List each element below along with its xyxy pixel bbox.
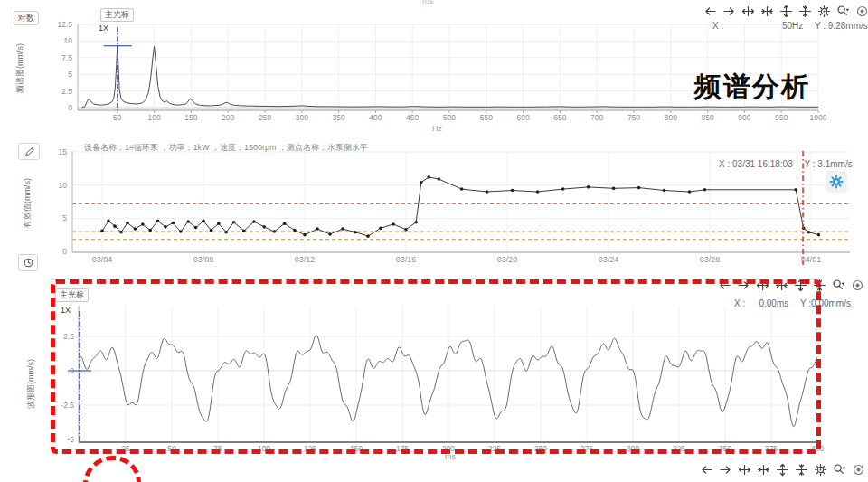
waveform-cursor-readout: X :0.00ms Y :0.00mm/s <box>734 298 851 308</box>
svg-text:03/16: 03/16 <box>396 255 417 264</box>
svg-text:900: 900 <box>738 113 750 122</box>
pan-right-icon[interactable] <box>736 278 751 293</box>
waveform-main-cursor-tag[interactable]: 主光标 <box>55 288 89 302</box>
gear-icon <box>829 175 844 189</box>
bottom-toolbar <box>699 462 866 477</box>
svg-text:400: 400 <box>811 444 824 453</box>
waveform-x-unit-label: ms <box>445 452 456 461</box>
compress-x-icon[interactable] <box>756 462 771 477</box>
svg-text:150: 150 <box>184 113 197 122</box>
waveform-readout-y-label: Y : <box>800 298 811 308</box>
svg-text:15: 15 <box>59 147 68 156</box>
svg-text:03/08: 03/08 <box>193 255 214 264</box>
svg-text:850: 850 <box>702 113 714 122</box>
expand-y-icon[interactable] <box>775 462 790 477</box>
compress-y-icon[interactable] <box>797 4 813 19</box>
svg-text:0: 0 <box>68 103 72 112</box>
svg-text:350: 350 <box>333 113 345 122</box>
clock-icon <box>23 257 34 269</box>
spectrum-analysis-title: 频谱分析 <box>694 69 810 106</box>
compress-y-icon[interactable] <box>794 462 809 477</box>
svg-text:5: 5 <box>62 213 67 222</box>
expand-x-icon[interactable] <box>755 278 770 293</box>
svg-text:550: 550 <box>480 113 493 122</box>
svg-text:150: 150 <box>350 444 363 453</box>
svg-text:1000: 1000 <box>810 113 827 122</box>
svg-text:500: 500 <box>443 113 456 122</box>
svg-text:-2.5: -2.5 <box>61 401 74 410</box>
svg-text:600: 600 <box>517 113 530 122</box>
svg-text:350: 350 <box>719 444 731 453</box>
spectrum-cursor-readout: X :50Hz Y : 9.28mm/s <box>712 21 868 31</box>
spectrum-main-cursor-tag[interactable]: 主光标 <box>100 8 134 22</box>
reset-icon[interactable] <box>854 4 868 19</box>
spectrum-readout-x-value: 50Hz <box>723 21 803 31</box>
expand-x-icon[interactable] <box>741 4 756 19</box>
svg-text:0: 0 <box>62 247 67 256</box>
svg-text:03/20: 03/20 <box>497 255 518 264</box>
svg-text:100: 100 <box>148 113 161 122</box>
pan-left-icon[interactable] <box>699 462 714 477</box>
spectrum-toolbar <box>703 4 868 19</box>
pan-right-icon[interactable] <box>722 4 737 19</box>
trend-readout-y-label: Y : <box>805 159 816 169</box>
svg-text:300: 300 <box>296 113 308 122</box>
log-scale-button[interactable]: 对数 <box>14 11 39 25</box>
spectrum-1x-label: 1X <box>99 24 108 33</box>
svg-text:125: 125 <box>304 444 316 453</box>
svg-text:-5: -5 <box>67 435 74 444</box>
time-range-button[interactable] <box>18 254 38 271</box>
trend-readout-y-value: 3.1mm/s <box>817 159 852 169</box>
edit-button[interactable] <box>18 143 40 160</box>
expand-y-icon[interactable] <box>793 278 808 293</box>
spectrum-readout-x-label: X : <box>712 21 723 31</box>
pencil-icon <box>24 146 35 157</box>
zoom-select-icon[interactable] <box>835 4 851 19</box>
svg-text:5: 5 <box>68 70 72 79</box>
waveform-y-axis-label: 波形图(mm/s) <box>25 359 37 409</box>
compress-x-icon[interactable] <box>760 4 775 19</box>
svg-text:750: 750 <box>627 113 640 122</box>
waveform-toolbar <box>717 278 865 293</box>
gear-icon[interactable] <box>816 4 832 19</box>
expand-y-icon[interactable] <box>778 4 794 19</box>
svg-text:450: 450 <box>406 113 419 122</box>
gear-icon[interactable] <box>813 462 828 477</box>
pan-left-icon[interactable] <box>717 278 732 293</box>
svg-text:10: 10 <box>59 181 68 190</box>
svg-text:250: 250 <box>534 444 547 453</box>
trend-y-axis-label: 有效值(mm/s) <box>22 178 33 228</box>
waveform-readout-x-value: 0.00ms <box>745 298 788 308</box>
zoom-select-icon[interactable] <box>831 278 846 293</box>
reset-icon[interactable] <box>851 462 866 477</box>
compress-x-icon[interactable] <box>774 278 789 293</box>
spectrum-y-axis-label: 频谱图(mm/s) <box>14 43 26 93</box>
svg-text:03/04: 03/04 <box>92 255 113 264</box>
svg-text:7.5: 7.5 <box>61 53 72 62</box>
svg-text:12.5: 12.5 <box>57 20 72 29</box>
svg-text:04/01: 04/01 <box>801 255 822 264</box>
vibration-analysis-page: 02.557.51012.550100150200250300350400450… <box>0 0 868 482</box>
compress-y-icon[interactable] <box>812 278 827 293</box>
svg-text:10: 10 <box>64 36 73 45</box>
svg-text:300: 300 <box>627 444 639 453</box>
svg-text:400: 400 <box>369 113 382 122</box>
trend-readout-x-value: 03/31 16:18:03 <box>732 159 793 169</box>
svg-text:03/12: 03/12 <box>295 255 316 264</box>
svg-text:03/24: 03/24 <box>599 255 619 264</box>
expand-x-icon[interactable] <box>737 462 752 477</box>
zoom-select-icon[interactable] <box>832 462 847 477</box>
svg-text:950: 950 <box>775 113 788 122</box>
svg-text:225: 225 <box>488 444 501 453</box>
pan-left-icon[interactable] <box>703 4 718 19</box>
svg-text:2.5: 2.5 <box>63 332 74 341</box>
svg-text:200: 200 <box>222 113 234 122</box>
trend-settings-button[interactable] <box>826 171 847 193</box>
svg-text:25: 25 <box>121 444 130 453</box>
top-cropped-ms-label: ms <box>422 0 433 5</box>
svg-text:275: 275 <box>580 444 593 453</box>
waveform-1x-label: 1X <box>61 306 71 315</box>
waveform-plot-area[interactable] <box>79 306 818 442</box>
pan-right-icon[interactable] <box>718 462 733 477</box>
reset-icon[interactable] <box>850 278 865 293</box>
